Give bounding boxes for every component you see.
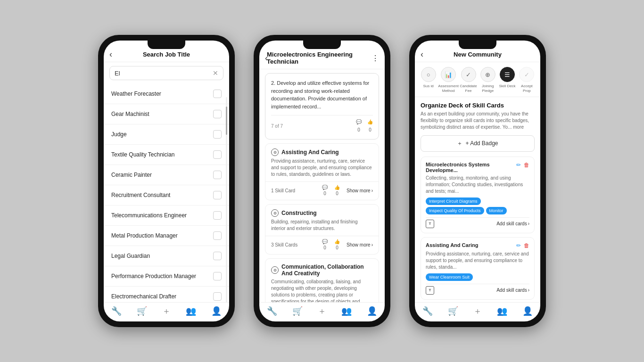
step-label-4: Skill Deck [499,84,516,89]
nav-profile-2[interactable]: 👤 [367,306,377,316]
job-item[interactable]: Legal Guardian [104,246,229,266]
step-item[interactable]: ☰ Skill Deck [497,67,517,89]
job-item[interactable]: Ceramic Painter [104,165,229,185]
step-item[interactable]: ⊕ Joining Pledge [478,67,497,94]
show-more-button[interactable]: Show more › [347,185,373,196]
job-checkbox[interactable] [213,272,222,280]
show-more-button[interactable]: Show more › [347,239,373,250]
job-checkbox[interactable] [213,252,222,260]
section-icon: ⊙ [271,148,279,156]
section-icon: ⊙ [271,209,279,217]
clear-button[interactable]: ✕ [213,69,218,77]
bottom-nav-3: 🔧 🛒 ＋ 👥 👤 [415,302,540,321]
add-skill-button[interactable]: Add skill cards › [496,221,529,226]
add-badge-button[interactable]: ＋ + Add Badge [421,135,535,152]
step-icon-3: ⊕ [480,67,495,82]
section-like[interactable]: 👍 0 [334,239,340,250]
skill-tag: Inspect Quality Of Products [426,207,484,214]
add-skill-button[interactable]: Add skill cards › [496,288,529,293]
step-item[interactable]: ✓ Accept Prop [517,67,537,94]
job-checkbox[interactable] [213,150,222,159]
job-item[interactable]: Judge [104,124,229,145]
step-item[interactable]: ✓ Candidate Fee [459,67,478,94]
edit-badge-button[interactable]: ✏ [516,162,521,168]
search-input[interactable] [115,70,213,77]
back-button-1[interactable]: ‹ [109,49,112,59]
like-icon: 👍 [334,239,340,244]
section-header: ⊙ Constructing [265,205,379,219]
like-val: 0 [336,245,339,250]
step-icon-0: ○ [421,67,436,82]
scroll-thumb [226,107,227,135]
card-swipe: 2. Develop and utilize effective systems… [265,73,379,140]
notch-2 [303,41,341,49]
nav-tools-2[interactable]: 🔧 [267,306,277,316]
page-title-2: Microelectronics Engineering Technician [267,51,377,65]
nav-community-2[interactable]: 👥 [341,306,352,316]
job-item[interactable]: Performance Production Manager [104,266,229,287]
skill-tag: Wear Cleanroom Suit [426,273,473,281]
badge-card: Microelectronics Systems Developme... ✏ … [421,156,535,233]
job-item[interactable]: Weather Forecaster [104,84,229,104]
job-item[interactable]: Textile Quality Technician [104,145,229,165]
nav-add-1[interactable]: ＋ [162,305,171,317]
job-label: Electromechanical Drafter [111,293,176,300]
job-checkbox[interactable] [213,231,222,240]
job-checkbox[interactable] [213,110,222,118]
job-item[interactable]: Electromechanical Drafter [104,287,229,302]
comment-action[interactable]: 💬 0 [356,118,362,133]
like-icon: 👍 [334,185,340,190]
section-block: ⊙ Constructing Building, repairing, inst… [265,204,379,255]
job-checkbox[interactable] [213,171,222,179]
nav-tools-1[interactable]: 🔧 [111,306,122,316]
nav-cart-3[interactable]: 🛒 [448,306,458,316]
job-checkbox[interactable] [213,130,222,139]
section-comment[interactable]: 💬 0 [322,239,328,250]
job-label: Recruitment Consultant [111,192,170,198]
nav-add-2[interactable]: ＋ [318,305,326,317]
text-icon: T [426,286,434,295]
like-action[interactable]: 👍 0 [367,118,373,133]
nav-profile-3[interactable]: 👤 [522,306,533,316]
delete-badge-button[interactable]: 🗑 [524,162,529,168]
back-button-3[interactable]: ‹ [421,49,423,59]
content-scroll-2[interactable]: 2. Develop and utilize effective systems… [259,69,385,302]
job-checkbox[interactable] [213,191,222,199]
section-header: ⊙ Assisting And Caring [265,144,379,158]
nav-add-3[interactable]: ＋ [473,305,482,317]
job-item[interactable]: Recruitment Consultant [104,185,229,206]
step-label-2: Candidate Fee [459,84,478,94]
chevron-right-icon: › [372,242,373,247]
section-comment[interactable]: 💬 0 [322,185,328,196]
badge-card: Assisting And Caring ✏ 🗑 Providing assis… [421,237,535,300]
step-icon-1: 📊 [441,67,456,82]
job-item[interactable]: Gear Machinist [104,104,229,124]
nav-community-3[interactable]: 👥 [497,306,507,316]
section-like[interactable]: 👍 0 [334,185,340,196]
delete-badge-button[interactable]: 🗑 [524,242,529,249]
job-checkbox[interactable] [213,211,222,220]
like-val: 0 [336,191,339,196]
job-item[interactable]: Metal Production Manager [104,226,229,246]
community-content[interactable]: Organize Deck of Skill Cards As an exper… [415,97,540,302]
nav-profile-1[interactable]: 👤 [211,306,222,316]
more-button-2[interactable]: ⋮ [372,54,379,63]
step-item[interactable]: 📊 Assessment Method [438,67,459,94]
nav-tools-3[interactable]: 🔧 [422,306,433,316]
bottom-nav-2: 🔧 🛒 ＋ 👥 👤 [259,302,385,321]
community-section-desc: As an expert building your community, yo… [421,111,535,131]
section-title: Communication, Collaboration And Creativ… [281,263,373,277]
badges-container: Microelectronics Systems Developme... ✏ … [421,156,535,302]
edit-badge-button[interactable]: ✏ [516,242,521,249]
nav-cart-2[interactable]: 🛒 [292,306,303,316]
job-item[interactable]: Telecommunications Engineer [104,206,229,226]
skill-count: 3 Skill Cards [271,242,297,247]
phone-3: ‹ New Community ○ Sus id 📊 Assessment Me… [409,35,546,327]
nav-community-1[interactable]: 👥 [186,306,196,316]
back-button-2[interactable]: ‹ [265,53,268,63]
job-checkbox[interactable] [213,90,222,98]
nav-cart-1[interactable]: 🛒 [137,306,147,316]
page-title-1: Search Job Title [143,51,190,58]
job-checkbox[interactable] [213,292,222,301]
step-item[interactable]: ○ Sus id [419,67,438,89]
